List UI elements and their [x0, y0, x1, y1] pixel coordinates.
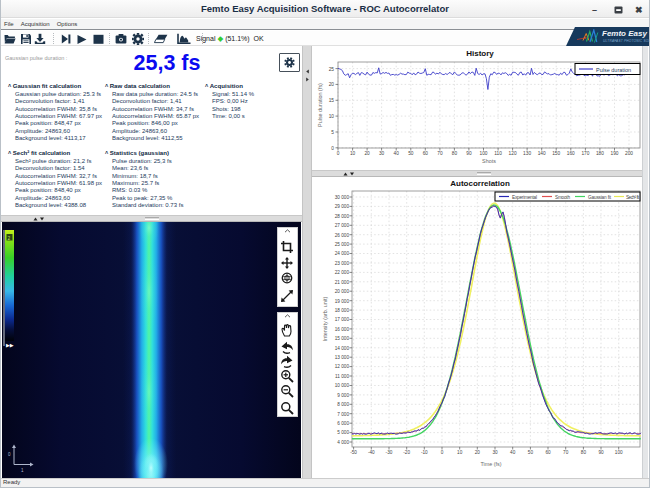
svg-text:27 000: 27 000	[335, 223, 350, 228]
svg-text:140: 140	[538, 151, 546, 156]
svg-text:30 000: 30 000	[335, 195, 350, 200]
svg-text:19 000: 19 000	[335, 299, 350, 304]
svg-text:0: 0	[441, 450, 444, 455]
svg-text:-30: -30	[386, 450, 393, 455]
svg-text:110: 110	[494, 151, 502, 156]
svg-text:17 000: 17 000	[335, 317, 350, 322]
svg-text:40: 40	[510, 450, 516, 455]
svg-text:12 000: 12 000	[335, 364, 350, 369]
svg-text:8 000: 8 000	[337, 402, 349, 407]
svg-text:-20: -20	[403, 450, 410, 455]
svg-text:Time (fs): Time (fs)	[480, 461, 501, 467]
svg-text:120: 120	[509, 151, 517, 156]
svg-text:29 000: 29 000	[335, 204, 350, 209]
svg-text:10: 10	[329, 114, 335, 119]
svg-text:200: 200	[625, 151, 633, 156]
svg-text:50: 50	[528, 450, 534, 455]
svg-text:24 000: 24 000	[335, 251, 350, 256]
svg-text:70: 70	[563, 450, 569, 455]
svg-text:Shots: Shots	[482, 158, 496, 164]
svg-text:130: 130	[523, 151, 531, 156]
svg-text:-10: -10	[421, 450, 428, 455]
svg-text:Intensity (arb. unit): Intensity (arb. unit)	[322, 296, 328, 341]
svg-text:0: 0	[337, 151, 340, 156]
svg-text:170: 170	[581, 151, 589, 156]
svg-text:-50: -50	[350, 450, 357, 455]
svg-text:▶▶: ▶▶	[6, 342, 14, 348]
svg-text:100: 100	[615, 450, 623, 455]
svg-text:20: 20	[364, 151, 370, 156]
svg-text:60: 60	[545, 450, 551, 455]
svg-text:4 000: 4 000	[337, 440, 349, 445]
svg-text:15 000: 15 000	[335, 336, 350, 341]
svg-text:60: 60	[423, 151, 429, 156]
svg-text:50: 50	[408, 151, 414, 156]
svg-text:21 000: 21 000	[335, 280, 350, 285]
svg-text:70: 70	[437, 151, 443, 156]
svg-text:90: 90	[598, 450, 604, 455]
svg-text:10: 10	[457, 450, 463, 455]
svg-text:Sech² fit: Sech² fit	[626, 195, 640, 200]
svg-text:11 000: 11 000	[335, 374, 349, 379]
svg-text:9 000: 9 000	[337, 393, 349, 398]
svg-text:25: 25	[329, 67, 335, 72]
svg-text:150: 150	[552, 151, 560, 156]
svg-text:Pulse duration: Pulse duration	[596, 67, 631, 73]
svg-text:80: 80	[581, 450, 587, 455]
svg-text:-40: -40	[368, 450, 375, 455]
svg-text:5: 5	[331, 130, 334, 135]
svg-text:23 000: 23 000	[335, 261, 350, 266]
svg-text:20: 20	[329, 82, 335, 87]
svg-text:Gaussian fit: Gaussian fit	[588, 195, 612, 200]
svg-text:14 000: 14 000	[335, 346, 350, 351]
svg-text:16 000: 16 000	[335, 327, 350, 332]
svg-text:80: 80	[452, 151, 458, 156]
svg-text:40: 40	[394, 151, 400, 156]
svg-text:0: 0	[331, 146, 334, 151]
svg-text:20 000: 20 000	[335, 289, 350, 294]
svg-text:6 000: 6 000	[337, 421, 349, 426]
svg-text:Pulse duration (fs): Pulse duration (fs)	[317, 83, 323, 127]
svg-text:180: 180	[596, 151, 604, 156]
svg-text:30: 30	[492, 450, 498, 455]
svg-text:28 000: 28 000	[335, 214, 350, 219]
svg-text:190: 190	[610, 151, 618, 156]
svg-text:90: 90	[466, 151, 472, 156]
svg-text:15: 15	[329, 98, 335, 103]
svg-text:160: 160	[567, 151, 575, 156]
svg-text:30: 30	[379, 151, 385, 156]
svg-text:2: 2	[8, 236, 11, 241]
svg-text:13 000: 13 000	[335, 355, 350, 360]
svg-text:10: 10	[350, 151, 356, 156]
svg-text:100: 100	[479, 151, 487, 156]
svg-text:20: 20	[475, 450, 481, 455]
svg-text:26 000: 26 000	[335, 233, 350, 238]
svg-text:7 000: 7 000	[337, 412, 349, 417]
svg-text:10 000: 10 000	[335, 383, 350, 388]
svg-text:25 000: 25 000	[335, 242, 350, 247]
svg-text:5 000: 5 000	[337, 430, 349, 435]
svg-text:Smooth: Smooth	[555, 195, 570, 200]
svg-text:Experimental: Experimental	[512, 195, 537, 200]
svg-text:22 000: 22 000	[335, 270, 350, 275]
svg-text:18 000: 18 000	[335, 308, 350, 313]
